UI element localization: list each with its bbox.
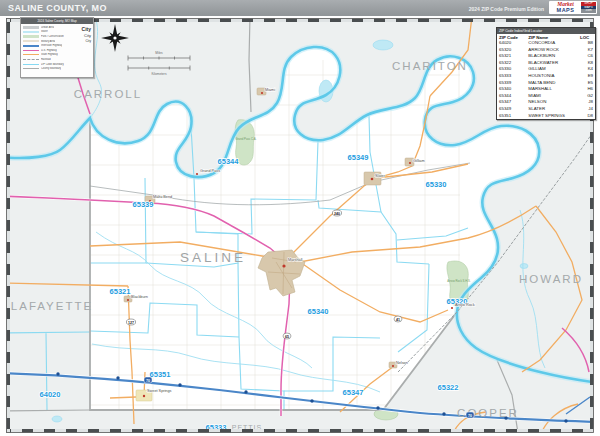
- logo-maps-text: MAPS: [550, 8, 581, 14]
- loc-cell: H6: [578, 86, 595, 93]
- county-label-howard: HOWARD: [519, 273, 583, 285]
- town-label-arrow-rock: Arrow Rock: [455, 303, 475, 307]
- area-label-arrow-rock: Arrow Rock S.H.S.: [447, 279, 471, 283]
- town-label-gilliam: Gilliam: [413, 159, 425, 163]
- town-label-marshall: Marshall: [288, 258, 303, 262]
- table-row: 65322BLACKWATERK8: [497, 60, 595, 67]
- logo-badge: SHOP MAPS .com: [581, 2, 596, 13]
- city-size-sample: City: [77, 39, 91, 43]
- zip-label-64020: 64020: [40, 390, 61, 399]
- county-label-lafayette: LAFAYETTE: [11, 300, 93, 312]
- legend-label: County Boundary: [41, 67, 61, 70]
- zip-cell: 65320: [497, 47, 526, 54]
- shield-mo127: 127: [128, 321, 134, 325]
- zip-label-65344: 65344: [218, 157, 240, 166]
- zip-label-65321: 65321: [110, 287, 131, 296]
- name-cell: HOUSTONIA: [526, 73, 578, 80]
- county-label-carroll: CARROLL: [74, 88, 142, 100]
- table-row: 65349SLATERJ4: [497, 106, 595, 113]
- zip-cell: 65349: [497, 106, 526, 113]
- zip-cell: 65330: [497, 66, 526, 73]
- zip-cell: 65333: [497, 73, 526, 80]
- zip-label-65322: 65322: [438, 383, 459, 392]
- legend-label: State Highway: [41, 53, 58, 56]
- zip-label-65339: 65339: [133, 200, 154, 209]
- town-label-malta-bend: Malta Bend: [153, 195, 172, 199]
- scale-miles-label: Miles: [155, 51, 163, 55]
- town-label-nelson: Nelson: [396, 361, 408, 365]
- marketmaps-logo: Market MAPS SHOP MAPS .com: [549, 1, 597, 14]
- table-row: 65320ARROW ROCKK7: [497, 47, 595, 54]
- zip-boundary-line-swatch: [23, 64, 39, 65]
- table-row: 65330GILLIAMK4: [497, 66, 595, 73]
- shield-mo41: 41: [396, 318, 400, 322]
- area-label-grand-pass: Grand Pass C.A.: [236, 137, 257, 141]
- name-cell: MALTA BEND: [526, 80, 578, 87]
- zip-label-65351: 65351: [150, 370, 171, 379]
- shield-i70: 70: [146, 379, 150, 383]
- zip-label-65340: 65340: [308, 307, 329, 316]
- railroad-line-swatch: [23, 59, 39, 60]
- logo-badge-line: .com: [581, 9, 596, 13]
- loc-cell: G2: [578, 93, 595, 100]
- name-cell: MARSHALL: [526, 86, 578, 93]
- name-cell: NELSON: [526, 99, 578, 106]
- scale-km-label: Kilometers: [151, 72, 166, 76]
- county-boundary-line-swatch: [23, 68, 39, 69]
- legend-label: Interstate Highway: [41, 44, 62, 47]
- legend-label: Water: [41, 30, 48, 33]
- zip-cell: 65321: [497, 53, 526, 60]
- loc-cell: J4: [578, 106, 595, 113]
- edition-label: 2024 ZIP Code Premium Edition: [469, 6, 544, 12]
- logo-wordmark: Market MAPS: [550, 2, 581, 13]
- legend-label: Urban Area: [41, 26, 54, 29]
- water-swatch: [23, 31, 39, 34]
- header-bar: SALINE COUNTY, MO 2024 ZIP Code Premium …: [0, 0, 600, 17]
- table-row: 65347NELSONJ8: [497, 99, 595, 106]
- legend-body: Urban Area Water Park / Conservation Mil…: [21, 24, 93, 72]
- loc-cell: K7: [578, 47, 595, 54]
- zip-cell: 65351: [497, 113, 526, 120]
- name-cell: MIAMI: [526, 93, 578, 100]
- table-row: 65340MARSHALLH6: [497, 86, 595, 93]
- shield-mo240: 240: [334, 212, 340, 216]
- loc-cell: J8: [578, 99, 595, 106]
- map-page: SALINE COUNTY, MO 2024 ZIP Code Premium …: [0, 0, 600, 436]
- zip-cell: 64020: [497, 40, 526, 47]
- zip-cell: 65347: [497, 99, 526, 106]
- page-title: SALINE COUNTY, MO: [8, 3, 107, 13]
- name-cell: GILLIAM: [526, 66, 578, 73]
- county-label-chariton: CHARITON: [392, 60, 468, 72]
- loc-cell: E5: [578, 80, 595, 87]
- loc-cell: K8: [578, 60, 595, 67]
- zip-label-65347: 65347: [343, 388, 364, 397]
- zip-index-table: ZIP Code Index/Grid Locator ZIP Code ZIP…: [496, 27, 596, 120]
- table-row: 64020CONCORDIAB8: [497, 40, 595, 47]
- table-row: 65344MIAMIG2: [497, 93, 595, 100]
- loc-cell: B8: [578, 40, 595, 47]
- loc-cell: K4: [578, 66, 595, 73]
- zip-label-65349: 65349: [348, 153, 369, 162]
- urban-swatch: [23, 26, 39, 29]
- town-label-slater: Slater: [375, 174, 386, 178]
- name-cell: CONCORDIA: [526, 40, 578, 47]
- town-label-blackburn: Blackburn: [131, 295, 148, 299]
- legend-row: County Boundary: [23, 66, 77, 71]
- name-cell: BLACKWATER: [526, 60, 578, 67]
- town-label-miami: Miami: [265, 88, 275, 92]
- legend-label: Military Area: [41, 40, 55, 43]
- legend-label: Park / Conservation: [41, 35, 64, 38]
- shield-i70-east: 70: [468, 414, 472, 418]
- park-swatch: [23, 35, 39, 38]
- table-row: 65333HOUSTONIAE9: [497, 73, 595, 80]
- legend-label: ZIP Code Boundary: [41, 63, 64, 66]
- state-highway-line-swatch: [23, 54, 39, 55]
- city-size-sample: City: [77, 26, 91, 33]
- loc-cell: D8: [578, 113, 595, 120]
- name-cell: SWEET SPRINGS: [526, 113, 578, 120]
- interstate-line-swatch: [23, 45, 39, 47]
- town-label-sweet-springs: Sweet Springs: [147, 389, 172, 393]
- military-swatch: [23, 40, 39, 43]
- zip-cell: 65322: [497, 60, 526, 67]
- legend-box: 2024 Saline County, MO Map Urban Area Wa…: [20, 17, 94, 78]
